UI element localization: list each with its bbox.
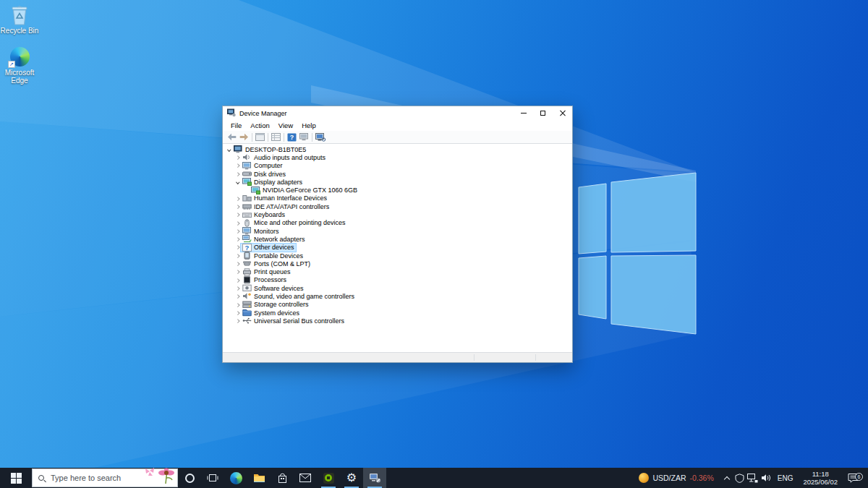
tree-item-system-devices[interactable]: System devices: [223, 309, 572, 317]
toolbar-back-icon[interactable]: [226, 132, 238, 142]
taskbar-edge-button[interactable]: [224, 468, 247, 488]
menu-file[interactable]: File: [226, 121, 246, 129]
taskbar-store-button[interactable]: [271, 468, 294, 488]
maximize-button[interactable]: [533, 106, 553, 120]
tray-volume-icon[interactable]: [760, 474, 773, 482]
minimize-icon: [521, 113, 527, 114]
chevron-right-icon[interactable]: [234, 320, 241, 322]
hid-icon: [242, 194, 252, 202]
chevron-right-icon[interactable]: [234, 205, 241, 208]
minimize-button[interactable]: [514, 106, 533, 120]
desktop: Recycle Bin ↗ Microsoft Edge Device Mana…: [0, 0, 868, 488]
chevron-right-icon[interactable]: [234, 246, 241, 249]
tree-item-label: Storage controllers: [254, 301, 309, 308]
tree-item-print-queues[interactable]: Print queues: [223, 267, 572, 275]
taskbar-cortana-button[interactable]: [178, 468, 201, 488]
menu-view[interactable]: View: [274, 121, 297, 129]
desktop-icon-microsoft-edge[interactable]: ↗ Microsoft Edge: [0, 46, 39, 85]
tree-item-audio-inputs-and-outputs[interactable]: Audio inputs and outputs: [223, 153, 572, 161]
tree-item-storage-controllers[interactable]: Storage controllers: [223, 301, 572, 309]
tree-item-human-interface-devices[interactable]: Human Interface Devices: [223, 194, 572, 202]
hidden-icons-button[interactable]: [720, 475, 733, 481]
menu-action[interactable]: Action: [246, 121, 273, 129]
tree-item-nvidia-geforce-gtx-1060-6gb[interactable]: NVIDIA GeForce GTX 1060 6GB: [223, 186, 572, 194]
tree-item-label: Ports (COM & LPT): [254, 260, 310, 267]
tree-item-mice-and-other-pointing-devices[interactable]: Mice and other pointing devices: [223, 219, 572, 227]
news-interests-ticker[interactable]: USD/ZAR -0.36%: [632, 473, 720, 483]
tree-item-software-devices[interactable]: Software devices: [223, 284, 572, 292]
taskbar-mail-button[interactable]: [294, 468, 317, 488]
desktop-icon-recycle-bin[interactable]: Recycle Bin: [0, 4, 39, 35]
window-titlebar[interactable]: Device Manager: [223, 106, 572, 120]
chevron-right-icon[interactable]: [234, 164, 241, 167]
tree-item-label: Display adapters: [254, 179, 302, 186]
toolbar-export-list-icon[interactable]: [270, 132, 282, 142]
chevron-right-icon[interactable]: [234, 222, 241, 225]
edge-icon: ↗: [9, 46, 30, 67]
menu-help[interactable]: Help: [297, 121, 320, 129]
tree-item-keyboards[interactable]: Keyboards: [223, 210, 572, 218]
language-indicator[interactable]: ENG: [773, 474, 799, 482]
audio-icon: [242, 153, 252, 161]
chevron-right-icon[interactable]: [234, 238, 241, 241]
tree-item-processors[interactable]: Processors: [223, 276, 572, 284]
tree-item-desktop-b1bt0e5[interactable]: DESKTOP-B1BT0E5: [223, 145, 572, 153]
chevron-right-icon[interactable]: [234, 279, 241, 282]
chevron-right-icon[interactable]: [234, 173, 241, 176]
tree-item-other-devices[interactable]: ?Other devices: [223, 244, 572, 252]
tree-item-label: Disk drives: [254, 171, 286, 178]
keyboard-icon: [242, 211, 252, 219]
chevron-right-icon[interactable]: [234, 270, 241, 273]
tree-item-computer[interactable]: Computer: [223, 162, 572, 170]
chevron-down-icon[interactable]: [234, 181, 241, 184]
action-center-button[interactable]: 6: [843, 473, 864, 483]
tree-item-sound-video-and-game-controllers[interactable]: Sound, video and game controllers: [223, 292, 572, 300]
toolbar-console-tree-icon[interactable]: [254, 132, 266, 142]
tray-security-icon[interactable]: [733, 474, 746, 483]
taskbar-clock[interactable]: 11:18 2025/06/02: [798, 470, 843, 486]
tree-item-monitors[interactable]: Monitors: [223, 227, 572, 235]
taskbar-device-manager-button[interactable]: [363, 468, 386, 488]
search-input[interactable]: Type here to search: [32, 468, 178, 487]
printer-icon: [242, 268, 252, 276]
svg-text:?: ?: [245, 244, 250, 252]
ticker-pair: USD/ZAR: [652, 474, 686, 482]
tree-item-ide-ata-atapi-controllers[interactable]: IDE ATA/ATAPI controllers: [223, 202, 572, 210]
chevron-right-icon[interactable]: [234, 262, 241, 265]
tree-item-universal-serial-bus-controllers[interactable]: Universal Serial Bus controllers: [223, 317, 572, 325]
tree-item-label: Software devices: [254, 285, 304, 292]
tree-item-network-adapters[interactable]: Network adapters: [223, 235, 572, 243]
ticker-change: -0.36%: [690, 474, 714, 482]
tree-item-display-adapters[interactable]: Display adapters: [223, 178, 572, 186]
toolbar-scan-hardware-icon[interactable]: [314, 132, 326, 142]
start-button[interactable]: [0, 468, 32, 488]
chevron-right-icon[interactable]: [234, 197, 241, 200]
taskbar-settings-button[interactable]: ⚙: [340, 468, 363, 488]
toolbar-forward-icon[interactable]: [238, 132, 250, 142]
toolbar-separator: [268, 133, 268, 142]
notification-badge: 6: [855, 473, 863, 481]
tray-network-icon[interactable]: [746, 474, 760, 483]
chevron-right-icon[interactable]: [234, 312, 241, 314]
clock-time: 11:18: [803, 470, 838, 478]
chevron-right-icon[interactable]: [234, 213, 241, 216]
tree-item-portable-devices[interactable]: Portable Devices: [223, 252, 572, 260]
chevron-right-icon[interactable]: [234, 287, 241, 290]
toolbar-help-icon[interactable]: ?: [286, 132, 298, 142]
taskbar-task-view-button[interactable]: [201, 468, 224, 488]
chevron-right-icon[interactable]: [234, 230, 241, 233]
chevron-down-icon[interactable]: [226, 148, 232, 151]
sound-icon: [242, 292, 252, 300]
tree-item-ports-com-lpt[interactable]: Ports (COM & LPT): [223, 260, 572, 267]
close-button[interactable]: [553, 106, 572, 120]
chevron-right-icon[interactable]: [234, 295, 241, 298]
chevron-right-icon[interactable]: [234, 254, 241, 257]
toolbar-properties-icon[interactable]: [298, 132, 310, 142]
chevron-right-icon[interactable]: [234, 304, 241, 307]
taskbar-file-explorer-button[interactable]: [247, 468, 271, 488]
tree-item-disk-drives[interactable]: Disk drives: [223, 170, 572, 178]
usb-icon: [242, 317, 252, 325]
chevron-right-icon[interactable]: [234, 156, 241, 159]
taskbar-nvidia-button[interactable]: [317, 468, 340, 488]
task-view-icon: [207, 473, 218, 483]
